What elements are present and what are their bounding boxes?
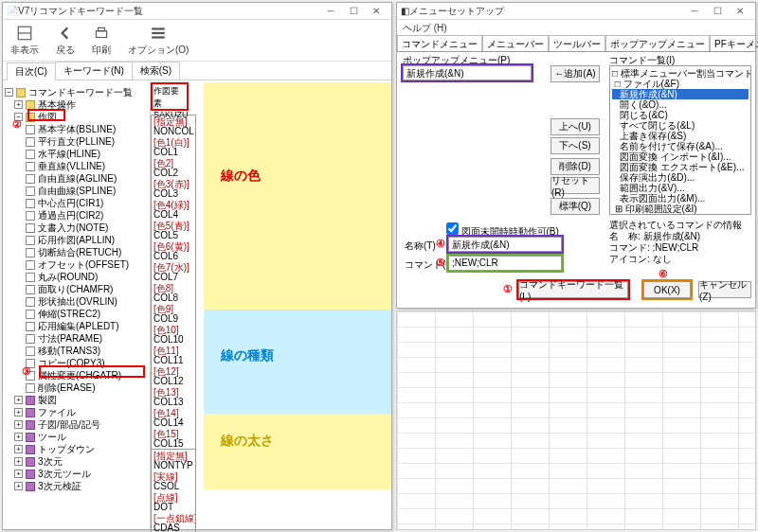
rtree-item[interactable]: 保存演出力(&D)... [612,172,749,183]
print-button[interactable]: 印刷 [92,25,111,57]
up-button[interactable]: 上へ(U) [550,118,600,135]
tree-group[interactable]: 製図 [38,394,57,406]
right-menubar[interactable]: ヘルプ (H) [397,20,755,35]
rtree-item[interactable]: 範囲出力(&V)... [612,183,749,193]
hide-button[interactable]: 非表示 [10,25,39,57]
cancel-button[interactable]: キャンセル(Z) [698,281,751,298]
svg-rect-6 [152,36,165,38]
ok-button[interactable]: OK(X) [643,281,691,298]
maximize-icon[interactable]: ☐ [706,4,729,19]
band-column: 線の色 線の種類 線の太さ [204,82,391,529]
tree-item[interactable]: 丸み(ROUND) [38,271,98,283]
tree-item[interactable]: オフセット(OFFSET) [38,258,129,271]
rtree-item[interactable]: 表示図面出力(&M)... [612,193,749,204]
add-button[interactable]: ←追加(A) [550,65,600,82]
doc-icon: 📄 [7,6,18,16]
label-line-color: 線の色 [221,168,261,185]
tree-item[interactable]: 垂直線(VLLINE) [38,160,105,172]
reset-button[interactable]: リセット(R) [550,177,600,194]
command-keyword-window: 📄 V7リコマンドキーワード一覧 ─ ☐ ✕ 非表示 戻る 印刷 オプション(O… [2,2,392,530]
minimize-icon[interactable]: ─ [683,4,706,19]
right-title: メニューセットアップ [409,5,504,18]
tree-item[interactable]: 中心点円(CIR1) [38,197,103,209]
tree-group[interactable]: 3次元 [38,455,63,468]
tree-item[interactable]: 通過点円(CIR2) [38,209,103,222]
sakuzu-header: 作図要素 SAKUZU [151,82,189,111]
close-icon[interactable]: ✕ [729,4,751,19]
tree-item[interactable]: 寸法(PARAME) [38,332,102,345]
tree-basic[interactable]: 基本操作 [38,98,76,111]
app-icon: ◧ [401,6,409,16]
right-titlebar: ◧ メニューセットアップ ─ ☐ ✕ [397,3,755,20]
tree-item[interactable]: コピー(COPY3) [38,357,105,369]
tree-group[interactable]: ツール [38,431,66,443]
maximize-icon[interactable]: ☐ [342,4,365,19]
rtab-0[interactable]: コマンドメニュー [397,35,482,51]
rtree-item[interactable]: □ 標準メニューバー割当コマンド [612,68,749,79]
popup-field[interactable]: 新規作成(&N) [403,65,532,80]
tree-group[interactable]: 子図/部品/記号 [38,418,100,431]
tree-root[interactable]: コマンドキーワード一覧 [28,86,133,98]
tree-group[interactable]: 3次元検証 [38,480,81,492]
left-title: V7リコマンドキーワード一覧 [18,5,143,18]
cmdkeyword-list-button[interactable]: コマンドキーワード一覧(L) [518,281,628,298]
tab-keyword[interactable]: キーワード(N) [55,62,133,80]
tree-item[interactable]: 削除(ERASE) [38,381,96,394]
rtree-item[interactable]: 名前を付けて保存(&A)... [612,141,749,151]
options-button[interactable]: オプション(O) [128,25,189,57]
attribute-list[interactable]: [指定無]NONCOL[色1(白)]COL1[色2]COL2[色3(赤)]COL… [151,115,196,532]
rtree-item[interactable]: ⊞ 印刷範囲奇数(&Y) [612,214,749,215]
svg-rect-3 [99,27,105,30]
tree-draw[interactable]: 作図 [38,111,57,123]
cmd-field[interactable]: ;NEW;CLR [448,256,562,271]
tab-toc[interactable]: 目次(C) [7,62,56,80]
minimize-icon[interactable]: ─ [319,4,342,19]
tree-item[interactable]: 切断結合(RETUCH) [38,246,121,258]
tree-group[interactable]: 3次元ツール [38,468,91,480]
tree-item[interactable]: 形状抽出(OVRLIN) [38,295,117,308]
tree-item[interactable]: 基本字体(BSLINE) [38,123,116,135]
tree-item[interactable]: 文書入力(NOTE) [38,222,108,234]
back-button[interactable]: 戻る [56,25,75,57]
tree-item[interactable]: 属性変更(CHGATR) [38,369,121,381]
annotation-4: ④ [436,238,445,250]
middle-column: 作図要素 SAKUZU [指定無]NONCOL[色1(白)]COL1[色2]CO… [151,82,204,529]
rtab-2[interactable]: ツールバー [549,35,605,51]
down-button[interactable]: 下へ(S) [550,137,600,154]
tree-item[interactable]: 面取り(CHAMFR) [38,283,113,295]
rtab-1[interactable]: メニューバー [482,35,549,51]
std-button[interactable]: 標準(Q) [550,198,600,215]
rtree-item[interactable]: 閉じる(&C) [612,110,749,120]
tree-group[interactable]: ファイル [38,406,76,418]
tree-item[interactable]: 伸縮(STREC2) [38,308,100,320]
name-field[interactable]: 新規作成(&N) [448,237,562,252]
rtab-4[interactable]: PFキーメニュー [710,35,758,51]
command-tree[interactable]: −コマンドキーワード一覧 +基本操作 −作図 基本字体(BSLINE)平行直文(… [3,82,151,529]
rtree-item[interactable]: すべて閉じる(&L) [612,120,749,131]
label-line-type: 線の種類 [221,347,274,364]
tree-item[interactable]: 移動(TRANS3) [38,345,100,357]
tree-item[interactable]: 応用編集(APLEDT) [38,320,119,332]
command-list-tree[interactable]: □ 標準メニューバー割当コマンド □ ファイル(&F) 新規作成(&N) 開く(… [609,65,751,215]
tree-item[interactable]: 応用作図(APLLIN) [38,234,115,246]
rtree-item[interactable]: 図面変換 インポート(&I)... [612,151,749,162]
rtree-item[interactable]: 図面変換 エクスポート(&E)... [612,162,749,172]
svg-rect-5 [152,31,165,33]
tree-group[interactable]: トップダウン [38,443,95,455]
tree-item[interactable]: 自由曲線(SPLINE) [38,185,116,197]
tab-search[interactable]: 検索(S) [132,62,180,80]
rtree-item[interactable]: 新規作成(&N) [612,89,749,99]
rtree-item[interactable]: 上書き保存(&S) [612,131,749,141]
auto-checkbox[interactable] [446,222,459,235]
rtree-item[interactable]: 開く(&O)... [612,99,749,110]
tree-item[interactable]: 水平線(HLINE) [38,148,100,160]
rtree-item[interactable]: □ ファイル(&F) [612,79,749,89]
delete-button[interactable]: 削除(D) [550,158,600,175]
annotation-6: ⑥ [659,268,668,280]
rtree-item[interactable]: ⊞ 印刷範囲設定(&I) [612,204,749,214]
rtab-3[interactable]: ポップアップメニュー [605,35,710,51]
tree-item[interactable]: 自由直線(AGLINE) [38,172,117,185]
close-icon[interactable]: ✕ [365,4,388,19]
tree-item[interactable]: 平行直文(PLLINE) [38,135,115,148]
background-grid [396,310,756,530]
